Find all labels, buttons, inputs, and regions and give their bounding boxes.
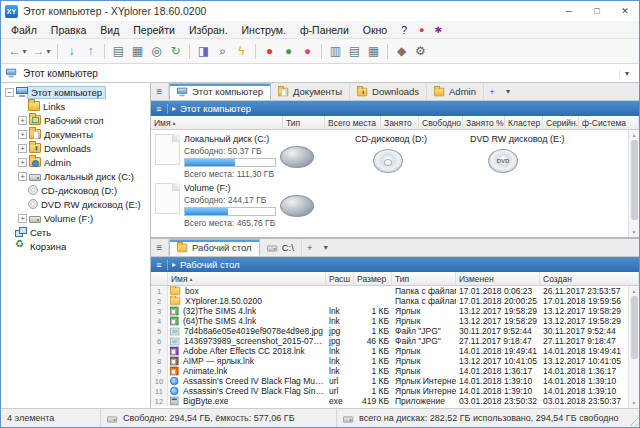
tree-item-volume-f[interactable]: +Volume (F:) <box>1 211 150 225</box>
expand-icon[interactable]: + <box>18 158 27 167</box>
menu-инструм[interactable]: Инструм. <box>235 24 293 36</box>
expand-icon[interactable]: + <box>18 172 27 181</box>
expand-icon[interactable]: + <box>18 130 27 139</box>
column-header-размер[interactable]: Размер <box>354 272 392 285</box>
column-header-изменен[interactable]: Изменен <box>456 272 540 285</box>
file-row-1436973989-screenshot-2015-07-15-16-20-45-jpg[interactable]: 61436973989_screenshot_2015-07-15-16-20-… <box>151 336 628 346</box>
drive-item-локальный-диск-c[interactable]: Локальный диск (C:)Свободно: 50,37 ГБВсе… <box>155 134 355 179</box>
expand-icon[interactable]: + <box>18 116 27 125</box>
maximize-button[interactable]: □ <box>583 1 611 21</box>
tab-list-button[interactable]: ≡ <box>151 239 169 256</box>
scroll-up-icon[interactable]: ▲ <box>629 286 639 296</box>
find-files-button[interactable]: ◎ <box>147 41 166 62</box>
menu-ф-панели[interactable]: ф-Панели <box>293 24 356 36</box>
address-input[interactable]: Этот компьютер <box>23 68 614 79</box>
new-tab-button[interactable]: + <box>484 83 500 100</box>
tab-рабочий-стол[interactable]: Рабочий стол <box>169 239 260 256</box>
column-header-кластер[interactable]: Кластер <box>505 116 543 129</box>
recent-locations-button[interactable]: ▦ <box>128 41 147 62</box>
hotlist-button[interactable]: ▤ <box>109 41 128 62</box>
column-header-занято[interactable]: Занято <box>381 116 419 129</box>
color-filters-icon[interactable]: ✱ <box>429 25 447 35</box>
file-row-animate-lnk[interactable]: 9Animate.lnklnk1 КБЯрлык14.01.2018 1:36:… <box>151 366 628 376</box>
settings-button[interactable]: ⚙ <box>411 41 430 62</box>
title-bar[interactable]: XY Этот компьютер - XYplorer 18.60.0200 … <box>1 1 639 21</box>
refresh-button[interactable]: ↻ <box>166 41 185 62</box>
resize-grip[interactable] <box>626 414 638 426</box>
tree-item-рабочий-стол[interactable]: +Рабочий стол <box>1 113 150 127</box>
scroll-thumb[interactable] <box>631 140 638 220</box>
minimize-button[interactable]: ─ <box>555 1 583 21</box>
scroll-thumb[interactable] <box>631 296 638 359</box>
tab-документы[interactable]: Документы <box>271 83 350 100</box>
menu-файл[interactable]: Файл <box>4 24 44 36</box>
tree-item-этот-компьютер[interactable]: −Этот компьютер <box>1 85 150 99</box>
column-header-имя[interactable]: Имя▴ <box>168 272 326 285</box>
forward-history-dropdown[interactable]: ▾ <box>44 41 53 62</box>
file-row-aimp-ярлык-lnk[interactable]: 8AIMP — ярлык.lnklnk1 КБЯрлык13.12.2017 … <box>151 356 628 366</box>
drive-item-volume-f[interactable]: Volume (F:)Свободно: 244,17 ГБВсего мест… <box>155 183 355 228</box>
collapse-icon[interactable]: − <box>5 88 14 97</box>
tree-item-dvd-rw-дисковод-e[interactable]: DVD RW дисковод (E:) <box>1 197 150 211</box>
bottom-breadcrumb-label[interactable]: Рабочий стол <box>180 259 240 270</box>
scroll-down-icon[interactable]: ▼ <box>629 398 639 408</box>
column-header-тип[interactable]: Тип <box>283 116 325 129</box>
address-dropdown-button[interactable]: ▾ <box>619 69 634 78</box>
top-breadcrumb-label[interactable]: Этот компьютер <box>180 103 251 114</box>
column-header-серийн[interactable]: Серийн... <box>543 116 579 129</box>
file-row-32-the-sims-4-lnk[interactable]: 3(32)The SIMS 4.lnklnk1 КБЯрлык13.12.201… <box>151 306 628 316</box>
file-row-bigbyte-exe[interactable]: 12BigByte.exeexe419 КБПриложение03.01.20… <box>151 396 628 406</box>
tree-item-сеть[interactable]: Сеть <box>1 225 150 239</box>
down-button[interactable]: ↓ <box>62 41 81 62</box>
tree-item-документы[interactable]: +Документы <box>1 127 150 141</box>
file-row-assassin-s-creed-iv-black-flag-multiplayer-url[interactable]: 10Assassin's Creed IV Black Flag Multipl… <box>151 376 628 386</box>
mirror-browse-button[interactable]: ◨ <box>194 41 213 62</box>
menu-окно[interactable]: Окно <box>356 24 394 36</box>
pin-button[interactable]: ◆ <box>392 41 411 62</box>
file-row-box[interactable]: 1boxПапка с файлами17.01.2018 0:06:2326.… <box>151 286 628 296</box>
close-button[interactable]: ✕ <box>611 1 639 21</box>
tab-этот-компьютер[interactable]: Этот компьютер <box>169 83 271 100</box>
column-header-занято[interactable]: Занято % <box>463 116 505 129</box>
drive-item-cd-дисковод-d[interactable]: CD-дисковод (D:) <box>355 134 470 179</box>
tree-item-корзина[interactable]: Корзина <box>1 239 150 253</box>
scroll-track[interactable] <box>629 296 639 398</box>
new-tab-button[interactable]: + <box>302 239 318 256</box>
tree-item-локальный-диск-c[interactable]: +Локальный диск (C:) <box>1 169 150 183</box>
quick-search-button[interactable]: ⌕ <box>213 41 232 62</box>
scroll-down-icon[interactable]: ▼ <box>629 227 639 237</box>
up-button[interactable]: ↑ <box>81 41 100 62</box>
bottom-scrollbar[interactable]: ▲ ▼ <box>628 286 639 408</box>
column-header-тип[interactable]: Тип <box>392 272 456 285</box>
horizontal-panes-button[interactable]: ▦ <box>364 41 383 62</box>
menu-правка[interactable]: Правка <box>44 24 93 36</box>
menu-избран[interactable]: Избран. <box>182 24 235 36</box>
address-bar[interactable]: Этот компьютер ▾ <box>1 64 639 83</box>
tree-toggle-button[interactable]: ▥ <box>326 41 345 62</box>
tab-c[interactable]: C:\ <box>260 239 302 256</box>
tree-item-cd-дисковод-d[interactable]: CD-дисковод (D:) <box>1 183 150 197</box>
donate-icon[interactable]: ● <box>414 25 429 35</box>
favorites-button[interactable]: ● <box>260 41 279 62</box>
dual-pane-button[interactable]: ▤ <box>345 41 364 62</box>
file-row-64-the-sims-4-lnk[interactable]: 4(64)The SIMS 4.lnklnk1 КБЯрлык13.12.201… <box>151 316 628 326</box>
expand-icon[interactable]: + <box>18 214 27 223</box>
file-row-adobe-after-effects-cc-2018-lnk[interactable]: 7Adobe After Effects CC 2018.lnklnk1 КБЯ… <box>151 346 628 356</box>
tab-admin[interactable]: Admin <box>427 83 484 100</box>
tab-overflow-dropdown[interactable]: ▾ <box>500 83 516 100</box>
menu-item[interactable]: ? <box>394 24 414 36</box>
power-filter-button[interactable]: ϟ <box>232 41 251 62</box>
menu-перейти[interactable]: Перейти <box>126 24 182 36</box>
highlights-button[interactable]: ● <box>279 41 298 62</box>
tree-item-downloads[interactable]: +Downloads <box>1 141 150 155</box>
file-row-7d4b8a6e05e4019ef9078e4d9e8-jpg[interactable]: 57d4b8a6e05e4019ef9078e4d9e8.jpgjpg1 КБФ… <box>151 326 628 336</box>
file-row-xyplorer-18-50-0200[interactable]: 2XYplorer.18.50.0200Папка с файлами17.01… <box>151 296 628 306</box>
drive-item-dvd-rw-дисковод-e[interactable]: DVD RW дисковод (E:)DVD <box>470 134 626 179</box>
tab-downloads[interactable]: Downloads <box>350 83 427 100</box>
scroll-up-icon[interactable]: ▲ <box>629 130 639 140</box>
tab-list-button[interactable]: ≡ <box>151 83 169 100</box>
column-header-всего-места[interactable]: Всего места <box>325 116 381 129</box>
file-row-assassin-s-creed-iv-black-flag-singleplayer-url[interactable]: 11Assassin's Creed IV Black Flag Singlep… <box>151 386 628 396</box>
scroll-track[interactable] <box>629 140 639 227</box>
breadcrumb-menu-icon[interactable]: ≡ <box>151 104 168 114</box>
